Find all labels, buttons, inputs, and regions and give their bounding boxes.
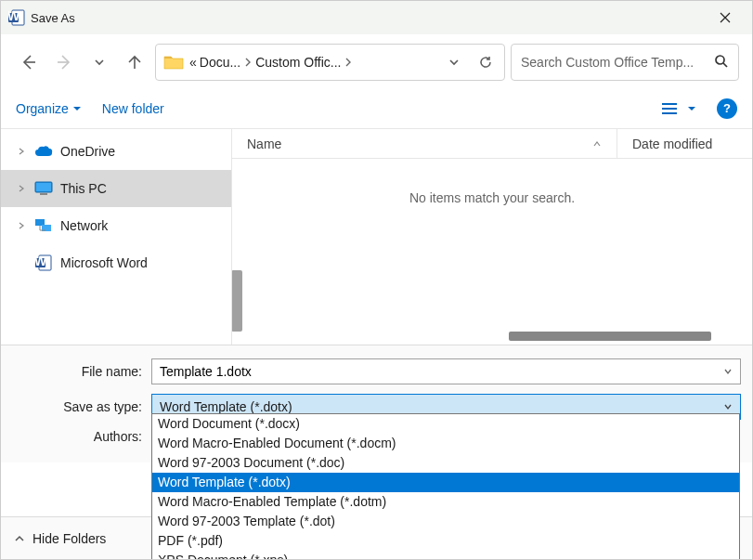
tree-item-onedrive[interactable]: OneDrive xyxy=(1,133,231,170)
list-view-icon xyxy=(661,102,678,115)
breadcrumb-segment[interactable]: Custom Offic... xyxy=(255,55,341,70)
tree-label: OneDrive xyxy=(60,144,115,159)
expand-icon[interactable] xyxy=(18,220,27,231)
empty-list-message: No items match your search. xyxy=(232,190,752,205)
organize-menu[interactable]: Organize xyxy=(16,101,82,116)
new-folder-button[interactable]: New folder xyxy=(102,101,164,116)
close-button[interactable] xyxy=(704,1,747,34)
address-dropdown[interactable] xyxy=(441,49,467,75)
column-header-name[interactable]: Name xyxy=(232,137,617,151)
chevron-right-icon xyxy=(344,55,353,70)
chevron-down-icon[interactable] xyxy=(723,367,733,376)
horizontal-scrollbar[interactable] xyxy=(509,332,711,341)
svg-rect-11 xyxy=(36,183,51,191)
back-button[interactable] xyxy=(14,47,44,77)
dropdown-option[interactable]: Word Macro-Enabled Document (*.docm) xyxy=(152,434,739,453)
dropdown-option[interactable]: Word Document (*.docx) xyxy=(152,414,739,434)
savetype-label: Save as type: xyxy=(12,399,151,414)
help-button[interactable]: ? xyxy=(717,98,737,119)
expand-icon[interactable] xyxy=(18,146,27,157)
svg-point-5 xyxy=(716,56,724,64)
svg-text:W: W xyxy=(8,9,20,23)
address-bar[interactable]: « Docu... Custom Offic... xyxy=(155,44,505,81)
navigation-row: « Docu... Custom Offic... xyxy=(1,34,752,96)
filename-input[interactable]: Template 1.dotx xyxy=(151,358,741,384)
chevron-down-icon[interactable] xyxy=(723,402,733,411)
word-icon: W xyxy=(34,254,53,272)
caret-down-icon xyxy=(687,104,696,113)
chevron-right-icon xyxy=(243,55,253,70)
authors-label: Authors: xyxy=(12,429,151,444)
window-title: Save As xyxy=(31,11,75,25)
breadcrumb-truncator[interactable]: « xyxy=(189,55,197,70)
sort-indicator-icon xyxy=(592,139,602,149)
forward-button[interactable] xyxy=(49,47,79,77)
column-label: Date modified xyxy=(632,137,712,151)
tree-item-word[interactable]: W Microsoft Word xyxy=(1,244,231,281)
file-list-area: Name Date modified No items match your s… xyxy=(231,129,752,345)
title-bar: W Save As xyxy=(1,1,752,34)
chevron-up-icon xyxy=(14,533,25,544)
breadcrumb-segment[interactable]: Docu... xyxy=(200,55,240,70)
tree-item-network[interactable]: Network xyxy=(1,207,231,244)
tree-label: This PC xyxy=(60,181,107,196)
recent-dropdown[interactable] xyxy=(84,47,114,77)
main-area: OneDrive This PC Network xyxy=(1,129,752,345)
search-box[interactable] xyxy=(511,44,739,81)
refresh-button[interactable] xyxy=(473,49,499,75)
pc-icon xyxy=(34,179,53,198)
hide-folders-label: Hide Folders xyxy=(32,531,106,546)
svg-rect-12 xyxy=(40,193,47,195)
column-header-date[interactable]: Date modified xyxy=(617,129,752,158)
word-app-icon: W xyxy=(8,9,25,26)
caret-down-icon xyxy=(72,104,82,113)
up-button[interactable] xyxy=(120,47,149,77)
tree-item-this-pc[interactable]: This PC xyxy=(1,170,231,207)
view-options[interactable] xyxy=(661,102,696,115)
savetype-value: Word Template (*.dotx) xyxy=(160,399,292,414)
svg-rect-13 xyxy=(35,219,45,226)
toolbar: Organize New folder ? xyxy=(1,96,752,129)
svg-text:W: W xyxy=(35,254,47,268)
onedrive-icon xyxy=(34,142,53,161)
expand-icon[interactable] xyxy=(18,183,27,194)
dropdown-option[interactable]: Word 97-2003 Document (*.doc) xyxy=(152,453,739,473)
breadcrumb[interactable]: « Docu... Custom Offic... xyxy=(189,55,435,70)
dropdown-option[interactable]: XPS Document (*.xps) xyxy=(152,551,739,560)
organize-label: Organize xyxy=(16,101,69,116)
dropdown-option-selected[interactable]: Word Template (*.dotx) xyxy=(152,473,739,492)
folder-icon xyxy=(163,54,184,71)
dropdown-option[interactable]: PDF (*.pdf) xyxy=(152,531,739,551)
tree-label: Network xyxy=(60,218,108,233)
column-headers: Name Date modified xyxy=(232,129,752,159)
dropdown-option[interactable]: Word Macro-Enabled Template (*.dotm) xyxy=(152,492,739,512)
tree-label: Microsoft Word xyxy=(60,255,148,270)
navigation-tree[interactable]: OneDrive This PC Network xyxy=(1,129,231,345)
savetype-dropdown-list[interactable]: Word Document (*.docx) Word Macro-Enable… xyxy=(151,413,740,560)
filename-value: Template 1.dotx xyxy=(160,364,252,379)
search-icon[interactable] xyxy=(714,54,729,72)
column-label: Name xyxy=(247,137,281,151)
network-icon xyxy=(34,216,53,235)
search-input[interactable] xyxy=(521,55,707,70)
filename-label: File name: xyxy=(12,364,151,379)
dropdown-option[interactable]: Word 97-2003 Template (*.dot) xyxy=(152,512,739,531)
hide-folders-button[interactable]: Hide Folders xyxy=(14,531,106,546)
svg-line-6 xyxy=(723,63,727,67)
